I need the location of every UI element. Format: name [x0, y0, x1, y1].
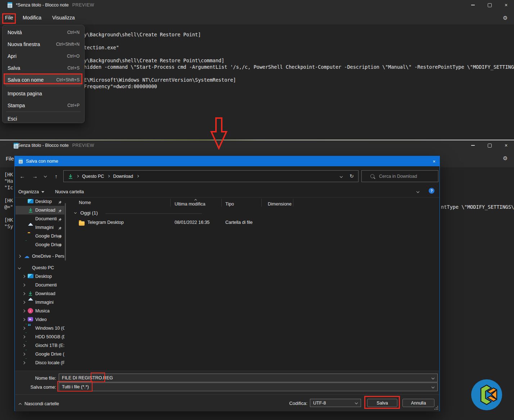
nav-recent-chevron-icon[interactable]	[44, 175, 47, 177]
search-input[interactable]: Cerca in Download	[361, 170, 438, 182]
annulla-button[interactable]: Annulla	[402, 399, 434, 407]
editor-line: y\Background\shell\Create Restore Point\…	[84, 57, 224, 64]
menu-modifica[interactable]: Modifica	[23, 15, 41, 21]
nav-forward-button[interactable]: →	[31, 171, 39, 181]
dialog-close-button[interactable]: ×	[429, 156, 439, 166]
codifica-combo[interactable]: UTF-8	[310, 399, 361, 407]
close-button[interactable]: ×	[499, 0, 513, 10]
window-title: *Senza titolo - Blocco note	[16, 3, 69, 8]
column-divider[interactable]	[293, 199, 293, 207]
nome-file-input[interactable]: FILE DI REGISTRO.REG	[59, 374, 438, 382]
nuova-cartella-button[interactable]: Nuova cartella	[55, 187, 84, 197]
sidebar-item-onedrive[interactable]: ☁ OneDrive - Person	[15, 252, 64, 261]
column-header-ultima-modifica[interactable]: Ultima modifica	[175, 202, 205, 207]
column-header-dimensione[interactable]: Dimensione	[268, 202, 292, 207]
menu-file[interactable]: File	[6, 156, 14, 162]
column-divider[interactable]	[261, 199, 262, 207]
menu-item-stampa[interactable]: Stampa Ctrl+P	[3, 99, 84, 111]
nav-back-button[interactable]: ←	[18, 171, 27, 181]
organizza-button[interactable]: Organizza	[18, 187, 44, 197]
minimize-button[interactable]	[466, 140, 480, 150]
expand-chevron-icon[interactable]	[22, 284, 25, 286]
sidebar-item-giochi-e[interactable]: Giochi 1TB (E:)	[15, 341, 64, 350]
sidebar-item-immagini-tree[interactable]: Immagini	[15, 298, 64, 307]
window-title: *Senza titolo - Blocco note	[16, 143, 69, 148]
salva-come-combo[interactable]: Tutti i file (*.*)	[59, 383, 438, 391]
breadcrumb-chevron-icon[interactable]	[107, 175, 110, 177]
menu-item-novita[interactable]: Novità Ctrl+N	[3, 26, 84, 38]
expand-chevron-icon[interactable]	[22, 344, 25, 347]
column-header-nome[interactable]: Nome	[79, 200, 91, 205]
maximize-button[interactable]	[482, 140, 497, 150]
file-row[interactable]: Telegram Desktop 08/01/2022 16:35 Cartel…	[72, 218, 432, 227]
sidebar-item-google-drive-folder[interactable]: Google Drive	[15, 232, 64, 240]
expand-chevron-icon[interactable]	[22, 310, 25, 312]
group-collapse-chevron-icon[interactable]	[74, 211, 77, 214]
group-header-line	[105, 213, 202, 214]
annotation-arrow-down	[209, 117, 228, 150]
column-header-tipo[interactable]: Tipo	[225, 202, 234, 207]
column-divider[interactable]	[170, 199, 171, 207]
menu-item-esci[interactable]: Esci	[3, 113, 84, 125]
sidebar-item-desktop-tree[interactable]: Desktop	[15, 272, 64, 281]
resize-grip[interactable]	[434, 406, 439, 410]
nascondi-cartelle-button[interactable]: Nascondi cartelle	[19, 400, 59, 407]
breadcrumb-device[interactable]: Questo PC	[82, 174, 104, 179]
sidebar-scrollbar[interactable]	[65, 203, 66, 261]
expand-chevron-icon[interactable]	[22, 327, 25, 330]
sidebar-item-documenti-tree[interactable]: Documenti	[15, 281, 64, 289]
combo-chevron-icon[interactable]	[432, 376, 434, 379]
address-bar[interactable]: Questo PC Download ↻	[63, 170, 359, 182]
combo-chevron-icon[interactable]	[432, 385, 434, 388]
help-button[interactable]: ?	[429, 188, 434, 194]
view-mode-chevron-icon[interactable]	[416, 190, 419, 193]
column-divider[interactable]	[221, 199, 222, 207]
sidebar-item-video[interactable]: ▶ Video	[15, 315, 64, 324]
sidebar-item-hdd-d[interactable]: HDD 500GB (D:)	[15, 333, 64, 341]
sidebar-item-download-tree[interactable]: Download	[15, 289, 64, 298]
salva-button[interactable]: Salva	[367, 399, 397, 407]
expand-chevron-icon[interactable]	[22, 361, 25, 364]
expand-chevron-icon[interactable]	[22, 353, 25, 356]
close-button[interactable]: ×	[499, 140, 513, 150]
expand-chevron-icon[interactable]	[22, 318, 25, 321]
expand-chevron-icon[interactable]	[22, 275, 25, 278]
menu-item-nuova-finestra[interactable]: Nuova finestra Ctrl+Shift+N	[3, 38, 84, 50]
minimize-button[interactable]	[466, 0, 480, 10]
settings-gear-icon[interactable]: ⚙	[503, 15, 508, 21]
expand-chevron-icon[interactable]	[18, 255, 21, 258]
sidebar-item-disco-locale-p[interactable]: Disco locale (P:)	[15, 358, 64, 367]
address-dropdown-chevron-icon[interactable]	[340, 175, 343, 178]
maximize-button[interactable]	[482, 0, 497, 10]
collapse-chevron-icon[interactable]	[18, 266, 21, 269]
menu-item-salva[interactable]: Salva Ctrl+S	[3, 62, 84, 74]
sidebar-item-windows-c[interactable]: Windows 10 (C:)	[15, 324, 64, 333]
menu-item-salva-con-nome[interactable]: Salva con nome Ctrl+Shift+S	[3, 74, 84, 86]
sidebar-item-immagini[interactable]: Immagini	[15, 223, 64, 232]
combo-chevron-icon[interactable]	[355, 401, 358, 404]
menu-item-imposta-pagina[interactable]: Imposta pagina	[3, 87, 84, 99]
breadcrumb-folder[interactable]: Download	[113, 174, 133, 179]
expand-chevron-icon[interactable]	[22, 292, 25, 295]
nav-up-button[interactable]: ↑	[52, 171, 60, 181]
menu-file[interactable]: File	[5, 15, 13, 21]
group-header[interactable]: Oggi (1)	[80, 210, 98, 216]
expand-chevron-icon[interactable]	[22, 301, 25, 304]
sidebar-item-google-drive-g[interactable]: Google Drive (G:	[15, 350, 64, 358]
sidebar-item-questo-pc[interactable]: Questo PC	[15, 263, 64, 272]
sidebar-item-google-drive-disk[interactable]: Google Drive	[15, 240, 64, 249]
settings-gear-icon[interactable]: ⚙	[503, 155, 508, 161]
breadcrumb-chevron-icon[interactable]	[136, 175, 139, 177]
editor-fragment: "Sy	[4, 223, 13, 229]
menu-item-apri[interactable]: Apri Ctrl+O	[3, 50, 84, 62]
sidebar-item-desktop[interactable]: Desktop	[15, 197, 64, 206]
preview-badge: PREVIEW	[72, 3, 94, 8]
sidebar-item-musica[interactable]: ♪ Musica	[15, 307, 64, 315]
expand-chevron-icon[interactable]	[22, 335, 25, 338]
sidebar-item-download[interactable]: Download	[15, 206, 64, 214]
refresh-icon[interactable]: ↻	[350, 173, 354, 179]
menu-visualizza[interactable]: Visualizza	[52, 15, 75, 21]
minimize-icon	[471, 5, 475, 5]
sort-ascending-icon	[194, 199, 197, 202]
sidebar-item-documenti[interactable]: Documenti	[15, 214, 64, 223]
